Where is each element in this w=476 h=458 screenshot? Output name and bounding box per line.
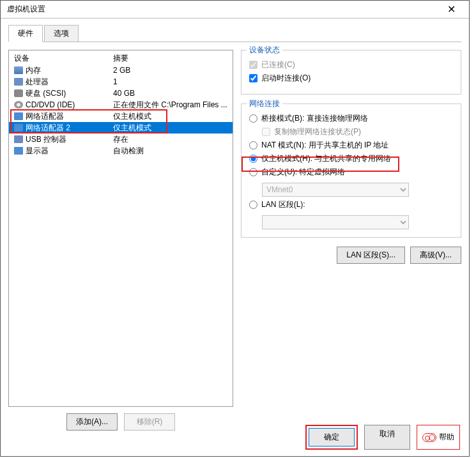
network-connection-title: 网络连接 — [247, 98, 282, 109]
device-name: 处理器 — [26, 77, 49, 88]
cd-icon — [14, 101, 23, 109]
connected-label: 已连接(C) — [261, 59, 295, 70]
right-pane: 设备状态 已连接(C) 启动时连接(O) 网络连接 桥接模式(B): 直接连接物… — [241, 50, 461, 431]
checkbox-connect-at-poweron[interactable]: 启动时连接(O) — [249, 73, 453, 84]
device-summary: 存在 — [113, 134, 227, 145]
replicate-checkbox — [262, 128, 270, 136]
bridged-label: 桥接模式(B): 直接连接物理网络 — [261, 113, 368, 124]
network-icon — [14, 124, 23, 132]
device-name: 内存 — [26, 65, 41, 76]
display-icon — [14, 147, 23, 155]
vm-settings-dialog: 虚拟机设置 ✕ 硬件 选项 设备 摘要 内存 2 GB 处理器 1 — [0, 0, 470, 457]
radio-custom[interactable]: 自定义(U): 特定虚拟网络 — [249, 167, 453, 178]
connected-checkbox — [249, 61, 257, 69]
nat-label: NAT 模式(N): 用于共享主机的 IP 地址 — [261, 140, 388, 151]
device-list: 设备 摘要 内存 2 GB 处理器 1 硬盘 (SCSI) 40 GB CD/D… — [8, 50, 233, 407]
memory-icon — [14, 66, 23, 74]
highlight-annotation-ok: 确定 — [305, 425, 358, 450]
cpu-icon — [14, 78, 23, 86]
radio-bridged[interactable]: 桥接模式(B): 直接连接物理网络 — [249, 113, 453, 124]
device-summary: 自动检测 — [113, 146, 227, 156]
device-summary: 仅主机模式 — [113, 123, 227, 134]
remove-device-button: 移除(R) — [124, 413, 175, 431]
network-connection-group: 网络连接 桥接模式(B): 直接连接物理网络 复制物理网络连接状态(P) NAT… — [241, 103, 461, 238]
device-name: 网络适配器 — [26, 111, 64, 122]
device-summary: 2 GB — [113, 66, 227, 75]
disk-icon — [14, 89, 23, 97]
tab-strip: 硬件 选项 — [8, 25, 461, 42]
device-list-header: 设备 摘要 — [9, 53, 233, 65]
hostonly-label: 仅主机模式(H): 与主机共享的专用网络 — [261, 153, 391, 164]
device-row-netadapter1[interactable]: 网络适配器 仅主机模式 — [9, 111, 233, 122]
lan-segments-button[interactable]: LAN 区段(S)... — [337, 247, 405, 264]
device-name: 硬盘 (SCSI) — [26, 88, 66, 99]
cloud-icon — [422, 433, 436, 442]
device-row-netadapter2[interactable]: 网络适配器 2 仅主机模式 — [9, 122, 233, 134]
left-pane: 设备 摘要 内存 2 GB 处理器 1 硬盘 (SCSI) 40 GB CD/D… — [8, 50, 233, 431]
custom-label: 自定义(U): 特定虚拟网络 — [261, 167, 345, 178]
device-summary: 1 — [113, 77, 227, 86]
help-button[interactable]: 帮助 — [417, 425, 460, 450]
window-title: 虚拟机设置 — [7, 4, 45, 15]
radio-nat[interactable]: NAT 模式(N): 用于共享主机的 IP 地址 — [249, 140, 453, 151]
ok-button[interactable]: 确定 — [309, 428, 355, 447]
device-status-group: 设备状态 已连接(C) 启动时连接(O) — [241, 50, 461, 95]
device-name: CD/DVD (IDE) — [26, 100, 75, 109]
checkbox-replicate-state: 复制物理网络连接状态(P) — [262, 126, 453, 137]
bridged-radio[interactable] — [249, 114, 257, 123]
custom-radio[interactable] — [249, 168, 257, 176]
help-label: 帮助 — [439, 432, 454, 443]
poweron-checkbox[interactable] — [249, 74, 257, 82]
device-status-title: 设备状态 — [247, 45, 282, 56]
usb-icon — [14, 135, 23, 143]
device-row-display[interactable]: 显示器 自动检测 — [9, 145, 233, 156]
advanced-button[interactable]: 高级(V)... — [410, 247, 461, 264]
col-device-header: 设备 — [14, 53, 113, 64]
content-area: 设备 摘要 内存 2 GB 处理器 1 硬盘 (SCSI) 40 GB CD/D… — [1, 42, 469, 438]
col-summary-header: 摘要 — [113, 53, 227, 64]
tab-options[interactable]: 选项 — [44, 25, 79, 42]
replicate-label: 复制物理网络连接状态(P) — [274, 126, 361, 137]
custom-vmnet-select: VMnet0 — [262, 183, 409, 197]
titlebar: 虚拟机设置 ✕ — [1, 1, 469, 19]
checkbox-connected: 已连接(C) — [249, 59, 453, 70]
device-summary: 正在使用文件 C:\Program Files ... — [113, 100, 227, 111]
close-icon[interactable]: ✕ — [438, 3, 464, 15]
radio-hostonly[interactable]: 仅主机模式(H): 与主机共享的专用网络 — [249, 153, 453, 164]
dialog-footer: 确定 取消 帮助 — [305, 425, 460, 450]
device-row-usb[interactable]: USB 控制器 存在 — [9, 134, 233, 145]
device-summary: 40 GB — [113, 89, 227, 98]
device-name: USB 控制器 — [26, 134, 66, 145]
device-summary: 仅主机模式 — [113, 111, 227, 122]
hostonly-radio[interactable] — [249, 155, 257, 163]
device-row-cddvd[interactable]: CD/DVD (IDE) 正在使用文件 C:\Program Files ... — [9, 99, 233, 111]
left-buttons: 添加(A)... 移除(R) — [8, 413, 233, 431]
radio-lan-segment[interactable]: LAN 区段(L): — [249, 199, 453, 210]
lan-segment-select — [262, 215, 409, 229]
device-row-memory[interactable]: 内存 2 GB — [9, 65, 233, 76]
device-name: 网络适配器 2 — [26, 123, 70, 134]
add-device-button[interactable]: 添加(A)... — [66, 413, 118, 431]
network-icon — [14, 112, 23, 120]
right-buttons: LAN 区段(S)... 高级(V)... — [241, 247, 461, 264]
poweron-label: 启动时连接(O) — [261, 73, 311, 84]
cancel-button[interactable]: 取消 — [364, 425, 410, 450]
nat-radio[interactable] — [249, 141, 257, 149]
device-name: 显示器 — [26, 146, 49, 156]
lan-radio[interactable] — [249, 201, 257, 209]
lan-label: LAN 区段(L): — [261, 199, 305, 210]
device-row-cpu[interactable]: 处理器 1 — [9, 76, 233, 88]
tab-hardware[interactable]: 硬件 — [8, 25, 43, 42]
device-row-disk[interactable]: 硬盘 (SCSI) 40 GB — [9, 88, 233, 99]
